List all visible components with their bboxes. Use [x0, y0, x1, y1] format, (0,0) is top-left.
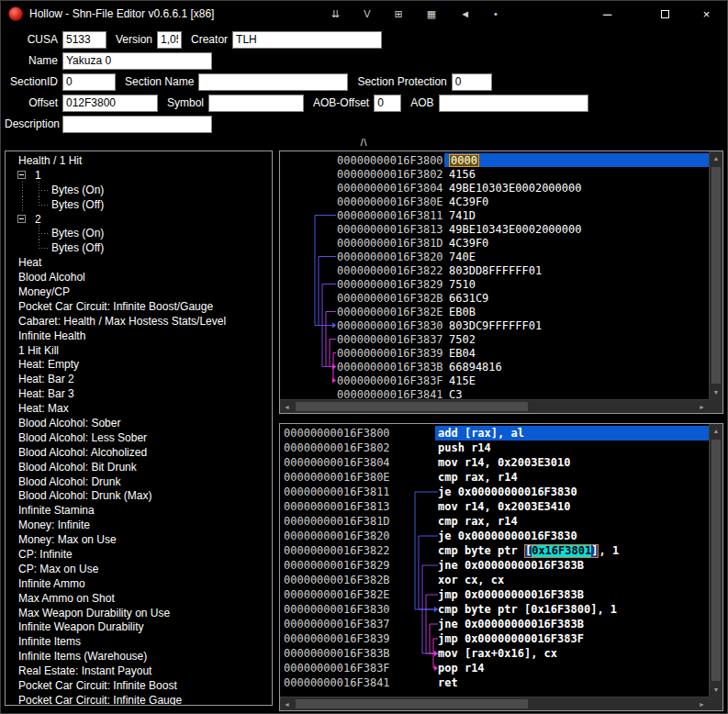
tree-item[interactable]: Infinite Items — [6, 634, 272, 649]
disasm-row[interactable]: 00000000016F3820je 0x00000000016F3830 — [280, 529, 709, 543]
hex-hscroll-track[interactable] — [294, 400, 695, 413]
window-icon[interactable]: ⊞ — [395, 9, 403, 19]
hex-row[interactable]: 00000000016F3811741D — [280, 208, 709, 222]
maximize-button[interactable] — [644, 1, 686, 27]
disasm-row[interactable]: 00000000016F382Bxor cx, cx — [280, 573, 709, 587]
hex-row[interactable]: 00000000016F38377502 — [280, 332, 709, 346]
tree-item[interactable]: Heat — [6, 255, 272, 270]
aob-offset-input[interactable] — [374, 95, 401, 112]
hex-horizontal-scrollbar[interactable]: ◄ ► — [280, 399, 709, 413]
scroll-down-icon[interactable]: ▼ — [710, 385, 722, 399]
tree-item[interactable]: Heat: Bar 3 — [6, 386, 272, 401]
tree-item[interactable]: Cabaret: Health / Max Hostess Stats/Leve… — [6, 314, 272, 329]
disasm-hscroll-track[interactable] — [294, 697, 695, 710]
section-id-input[interactable] — [62, 73, 116, 91]
hex-row[interactable]: 00000000016F380449BE10303E0002000000 — [280, 181, 709, 195]
tree-item[interactable]: Heat: Bar 2 — [6, 372, 272, 386]
hex-row[interactable]: 00000000016F38297510 — [280, 277, 709, 291]
tree-item[interactable]: Infinite Weapon Durability — [6, 620, 272, 635]
dot-icon[interactable]: • — [494, 9, 498, 19]
wand-icon[interactable]: V — [364, 9, 370, 19]
disasm-row[interactable]: 00000000016F382Ejmp 0x00000000016F383B — [280, 587, 709, 602]
hex-row[interactable]: 00000000016F383B66894816 — [280, 360, 709, 374]
tree-item[interactable]: Blood Alcohol: Sober — [6, 416, 272, 430]
symbol-input[interactable] — [208, 95, 304, 112]
scroll-right-icon[interactable]: ► — [695, 697, 709, 711]
creator-input[interactable] — [232, 31, 382, 49]
section-name-input[interactable] — [198, 73, 348, 91]
scroll-up-icon[interactable]: ▲ — [710, 424, 722, 438]
close-button[interactable]: × — [686, 1, 727, 27]
tree-item[interactable]: Infinite Ammo — [6, 576, 272, 591]
disasm-row[interactable]: 00000000016F3830cmp byte ptr [0x16F3800]… — [280, 602, 709, 617]
speaker-icon[interactable]: ◄ — [460, 9, 470, 19]
collapse-toggle-icon[interactable] — [17, 171, 26, 179]
tree-item[interactable]: Blood Alcohol: Alcoholized — [6, 445, 272, 460]
hex-row[interactable]: 00000000016F3822803DD8FFFFFF01 — [280, 263, 709, 277]
disasm-row[interactable]: 00000000016F3802push r14 — [280, 441, 709, 455]
disasm-row[interactable]: 00000000016F3822cmp byte ptr [0x16F3801]… — [280, 543, 709, 558]
download-icon[interactable]: ⇊ — [331, 9, 340, 19]
disasm-horizontal-scrollbar[interactable]: ◄ ► — [280, 697, 709, 710]
scroll-left-icon[interactable]: ◄ — [280, 697, 294, 711]
offset-input[interactable] — [62, 95, 158, 112]
tree-item[interactable]: Max Ammo on Shot — [6, 591, 272, 606]
disasm-row[interactable]: 00000000016F3837jne 0x00000000016F383B — [280, 617, 709, 631]
disasm-row[interactable]: 00000000016F3800add [rax], al — [280, 426, 709, 441]
grid-icon[interactable]: ▦ — [427, 9, 436, 19]
minimize-button[interactable]: ─ — [587, 1, 628, 27]
hex-row[interactable]: 00000000016F380E4C39F0 — [280, 195, 709, 208]
scroll-right-icon[interactable]: ► — [695, 400, 709, 414]
version-input[interactable] — [157, 31, 182, 49]
panel-splitter[interactable] — [273, 150, 279, 713]
tree-item[interactable]: Money/CP — [6, 284, 272, 299]
hex-vertical-scrollbar[interactable]: ▲ ▼ — [709, 151, 722, 399]
scroll-up-icon[interactable]: ▲ — [710, 151, 722, 165]
hex-row[interactable]: 00000000016F382EEB0B — [280, 305, 709, 318]
tree-item[interactable]: Pocket Car Circuit: Infinite Gauge — [6, 693, 272, 706]
hex-row[interactable]: 00000000016F38024156 — [280, 167, 709, 181]
hex-row[interactable]: 00000000016F3820740E — [280, 250, 709, 263]
highlighted-operand[interactable]: [0x16F3801] — [524, 544, 599, 558]
disasm-row[interactable]: 00000000016F3839jmp 0x00000000016F383F — [280, 631, 709, 646]
hex-vscroll-thumb[interactable] — [711, 167, 721, 384]
tree-item[interactable]: Blood Alcohol: Less Sober — [6, 430, 272, 445]
tree-item[interactable]: 1 — [6, 168, 272, 183]
tree-item[interactable]: Money: Infinite — [6, 518, 272, 532]
hex-row[interactable]: 00000000016F382B6631C9 — [280, 291, 709, 305]
disasm-row[interactable]: 00000000016F3813mov r14, 0x2003E3410 — [280, 499, 709, 514]
description-input[interactable] — [62, 116, 212, 133]
disasm-row[interactable]: 00000000016F383Fpop r14 — [280, 661, 709, 675]
hex-row[interactable]: 00000000016F3839EB04 — [280, 346, 709, 360]
tree-item[interactable]: Heat: Empty — [6, 357, 272, 372]
tree-item[interactable]: Heat: Max — [6, 401, 272, 416]
disasm-row[interactable]: 00000000016F3811je 0x00000000016F3830 — [280, 485, 709, 499]
disasm-row[interactable]: 00000000016F381Dcmp rax, r14 — [280, 514, 709, 529]
disasm-row[interactable]: 00000000016F380Ecmp rax, r14 — [280, 470, 709, 485]
disasm-row[interactable]: 00000000016F383Bmov [rax+0x16], cx — [280, 646, 709, 661]
tree-item[interactable]: Bytes (On) — [6, 183, 272, 197]
hex-row[interactable]: 00000000016F3830803DC9FFFFFF01 — [280, 318, 709, 332]
splitter-collapse-handle[interactable]: /\ — [361, 139, 368, 148]
tree-item[interactable]: Infinite Items (Warehouse) — [6, 649, 272, 664]
tree-item[interactable]: Max Weapon Durability on Use — [6, 606, 272, 620]
hex-row[interactable]: 00000000016F381D4C39F0 — [280, 236, 709, 250]
hex-row[interactable]: 00000000016F3841C3 — [280, 387, 709, 399]
name-input[interactable] — [62, 52, 212, 70]
hex-vscroll-track[interactable] — [710, 165, 722, 385]
tree-item[interactable]: 2 — [6, 212, 272, 227]
tree-item[interactable]: Health / 1 Hit — [6, 153, 272, 168]
tree-item[interactable]: Infinite Health — [6, 329, 272, 343]
tree-item[interactable]: Blood Alcohol: Bit Drunk — [6, 460, 272, 474]
tree-item[interactable]: Pocket Car Circuit: Infinite Boost/Gauge — [6, 299, 272, 314]
disasm-row[interactable]: 00000000016F3804mov r14, 0x2003E3010 — [280, 455, 709, 470]
hex-row[interactable]: 00000000016F383F415E — [280, 374, 709, 387]
disasm-row[interactable]: 00000000016F3841ret — [280, 675, 709, 690]
tree-item[interactable]: CP: Infinite — [6, 547, 272, 562]
section-protection-input[interactable] — [452, 73, 492, 91]
scroll-left-icon[interactable]: ◄ — [280, 400, 294, 414]
tree-item[interactable]: Pocket Car Circuit: Infinite Boost — [6, 678, 272, 693]
hex-row[interactable]: 00000000016F381349BE10343E0002000000 — [280, 222, 709, 236]
tree-item[interactable]: Money: Max on Use — [6, 532, 272, 547]
disasm-vertical-scrollbar[interactable]: ▲ ▼ — [709, 424, 722, 697]
